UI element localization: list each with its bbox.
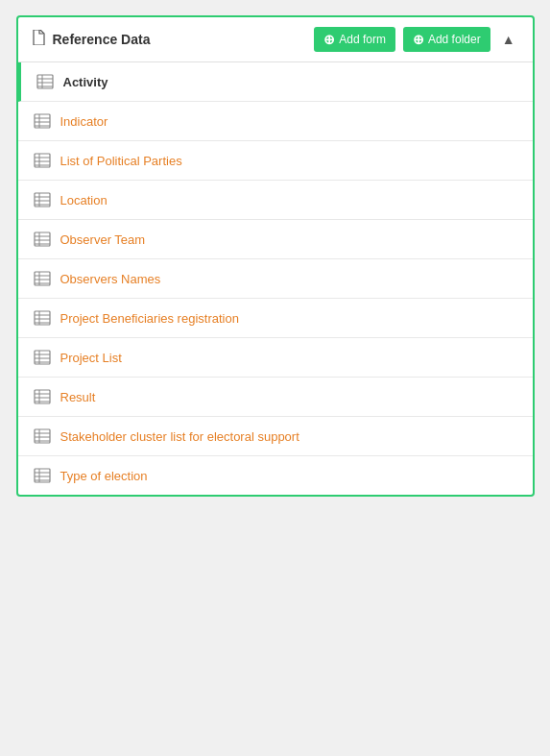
list-item[interactable]: Observers Names: [18, 259, 533, 299]
item-label: Indicator: [60, 114, 108, 129]
panel-title: Reference Data: [53, 32, 151, 47]
table-icon: [34, 310, 51, 326]
table-icon: [34, 350, 51, 365]
list-item[interactable]: List of Political Parties: [18, 141, 533, 181]
item-label: Observer Team: [60, 232, 146, 247]
plus-icon-2: ⊕: [413, 32, 424, 47]
item-label: Observers Names: [60, 272, 161, 286]
list-item[interactable]: Project Beneficiaries registration: [18, 299, 533, 338]
list-item[interactable]: Observer Team: [18, 220, 533, 259]
list-item[interactable]: Result: [18, 378, 533, 417]
table-icon: [34, 192, 51, 207]
item-label: Result: [60, 390, 96, 404]
list-item[interactable]: Stakeholder cluster list for electoral s…: [18, 417, 533, 456]
list-item[interactable]: Project List: [18, 338, 533, 378]
table-icon: [34, 232, 51, 247]
items-list: Activity Indicator List of Political Par…: [18, 62, 533, 495]
list-item[interactable]: Location: [18, 181, 533, 220]
table-icon: [34, 468, 51, 483]
item-label: Project Beneficiaries registration: [60, 311, 239, 326]
header-actions: ⊕ Add form ⊕ Add folder ▲: [314, 27, 518, 52]
table-icon: [34, 271, 51, 286]
list-item[interactable]: Indicator: [18, 102, 533, 141]
item-label: Project List: [60, 351, 122, 365]
add-form-button[interactable]: ⊕ Add form: [314, 27, 395, 52]
table-icon: [34, 428, 51, 444]
list-item[interactable]: Activity: [18, 62, 533, 102]
item-label: Type of election: [60, 469, 148, 483]
plus-icon: ⊕: [323, 32, 335, 47]
header-left: Reference Data: [32, 30, 151, 49]
reference-data-panel: Reference Data ⊕ Add form ⊕ Add folder ▲: [16, 15, 535, 497]
item-label: Location: [60, 193, 108, 207]
add-folder-label: Add folder: [428, 33, 481, 46]
add-form-label: Add form: [339, 33, 386, 46]
table-icon: [34, 153, 51, 168]
table-icon: [36, 74, 54, 89]
item-label: List of Political Parties: [60, 154, 182, 168]
item-label: Stakeholder cluster list for electoral s…: [60, 429, 299, 444]
add-folder-button[interactable]: ⊕ Add folder: [403, 27, 490, 52]
list-item[interactable]: Type of election: [18, 456, 533, 495]
table-icon: [34, 113, 51, 129]
file-icon: [32, 30, 45, 49]
panel-header: Reference Data ⊕ Add form ⊕ Add folder ▲: [18, 17, 533, 62]
collapse-button[interactable]: ▲: [498, 28, 519, 51]
table-icon: [34, 389, 51, 404]
item-label: Activity: [63, 75, 108, 89]
